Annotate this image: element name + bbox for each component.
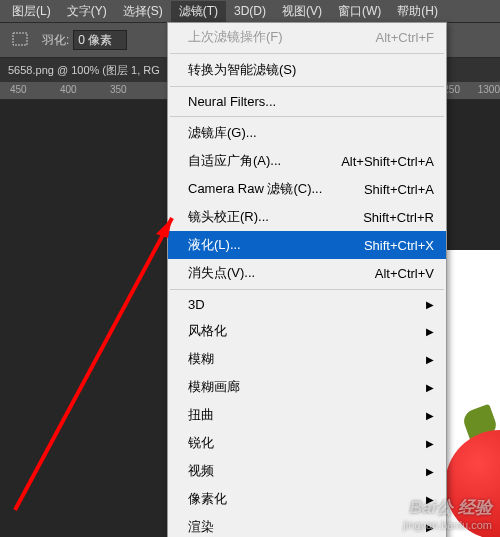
chevron-right-icon: ▶ [426, 326, 434, 337]
menu-separator [170, 86, 444, 87]
menu-last-filter[interactable]: 上次滤镜操作(F) Alt+Ctrl+F [168, 23, 446, 51]
chevron-right-icon: ▶ [426, 382, 434, 393]
menu-distort-submenu[interactable]: 扭曲 ▶ [168, 401, 446, 429]
menu-label: 模糊 [188, 350, 214, 368]
ruler-tick: 450 [10, 84, 27, 95]
menu-layer[interactable]: 图层(L) [4, 1, 59, 22]
menu-shortcut: Shift+Ctrl+R [363, 210, 434, 225]
menu-separator [170, 289, 444, 290]
tool-selection-icon[interactable] [8, 29, 34, 51]
menubar: 图层(L) 文字(Y) 选择(S) 滤镜(T) 3D(D) 视图(V) 窗口(W… [0, 0, 500, 22]
menu-convert-smart-filter[interactable]: 转换为智能滤镜(S) [168, 56, 446, 84]
menu-label: 消失点(V)... [188, 264, 255, 282]
menu-label: Camera Raw 滤镜(C)... [188, 180, 322, 198]
menu-stylize-submenu[interactable]: 风格化 ▶ [168, 317, 446, 345]
ruler-tick: 350 [110, 84, 127, 95]
menu-label: 锐化 [188, 434, 214, 452]
menu-label: 自适应广角(A)... [188, 152, 281, 170]
menu-label: 液化(L)... [188, 236, 241, 254]
menu-lens-correction[interactable]: 镜头校正(R)... Shift+Ctrl+R [168, 203, 446, 231]
menu-help[interactable]: 帮助(H) [389, 1, 446, 22]
feather-input[interactable] [73, 30, 127, 50]
menu-view[interactable]: 视图(V) [274, 1, 330, 22]
menu-adaptive-wide-angle[interactable]: 自适应广角(A)... Alt+Shift+Ctrl+A [168, 147, 446, 175]
menu-sharpen-submenu[interactable]: 锐化 ▶ [168, 429, 446, 457]
menu-shortcut: Alt+Ctrl+V [375, 266, 434, 281]
menu-blur-submenu[interactable]: 模糊 ▶ [168, 345, 446, 373]
menu-separator [170, 53, 444, 54]
watermark-brand: Bai公 经验 [403, 496, 492, 519]
menu-label: 风格化 [188, 322, 227, 340]
menu-label: 3D [188, 297, 205, 312]
menu-label: 上次滤镜操作(F) [188, 28, 283, 46]
menu-label: 转换为智能滤镜(S) [188, 61, 296, 79]
feather-label: 羽化: [42, 32, 69, 49]
ruler-tick: 1300 [478, 84, 500, 95]
chevron-right-icon: ▶ [426, 354, 434, 365]
menu-separator [170, 116, 444, 117]
menu-3d-submenu[interactable]: 3D ▶ [168, 292, 446, 317]
menu-liquify[interactable]: 液化(L)... Shift+Ctrl+X [168, 231, 446, 259]
chevron-right-icon: ▶ [426, 438, 434, 449]
menu-shortcut: Shift+Ctrl+A [364, 182, 434, 197]
menu-blur-gallery-submenu[interactable]: 模糊画廊 ▶ [168, 373, 446, 401]
chevron-right-icon: ▶ [426, 410, 434, 421]
menu-shortcut: Alt+Shift+Ctrl+A [341, 154, 434, 169]
menu-neural-filters[interactable]: Neural Filters... [168, 89, 446, 114]
document-title: 5658.png @ 100% (图层 1, RG [8, 63, 160, 78]
menu-select[interactable]: 选择(S) [115, 1, 171, 22]
filter-dropdown-menu: 上次滤镜操作(F) Alt+Ctrl+F 转换为智能滤镜(S) Neural F… [167, 22, 447, 537]
menu-filter[interactable]: 滤镜(T) [171, 1, 226, 22]
menu-label: 像素化 [188, 490, 227, 508]
menu-label: Neural Filters... [188, 94, 276, 109]
menu-window[interactable]: 窗口(W) [330, 1, 389, 22]
chevron-right-icon: ▶ [426, 466, 434, 477]
menu-label: 镜头校正(R)... [188, 208, 269, 226]
menu-video-submenu[interactable]: 视频 ▶ [168, 457, 446, 485]
menu-shortcut: Shift+Ctrl+X [364, 238, 434, 253]
svg-rect-0 [13, 33, 27, 45]
ruler-tick: 400 [60, 84, 77, 95]
menu-label: 渲染 [188, 518, 214, 536]
menu-3d[interactable]: 3D(D) [226, 2, 274, 20]
chevron-right-icon: ▶ [426, 299, 434, 310]
menu-type[interactable]: 文字(Y) [59, 1, 115, 22]
menu-camera-raw-filter[interactable]: Camera Raw 滤镜(C)... Shift+Ctrl+A [168, 175, 446, 203]
watermark-url: jingyan.baidu.com [403, 519, 492, 531]
canvas-document [440, 250, 500, 537]
menu-label: 模糊画廊 [188, 378, 240, 396]
menu-shortcut: Alt+Ctrl+F [375, 30, 434, 45]
watermark: Bai公 经验 jingyan.baidu.com [403, 496, 492, 531]
menu-label: 滤镜库(G)... [188, 124, 257, 142]
menu-filter-gallery[interactable]: 滤镜库(G)... [168, 119, 446, 147]
menu-label: 扭曲 [188, 406, 214, 424]
menu-vanishing-point[interactable]: 消失点(V)... Alt+Ctrl+V [168, 259, 446, 287]
menu-label: 视频 [188, 462, 214, 480]
